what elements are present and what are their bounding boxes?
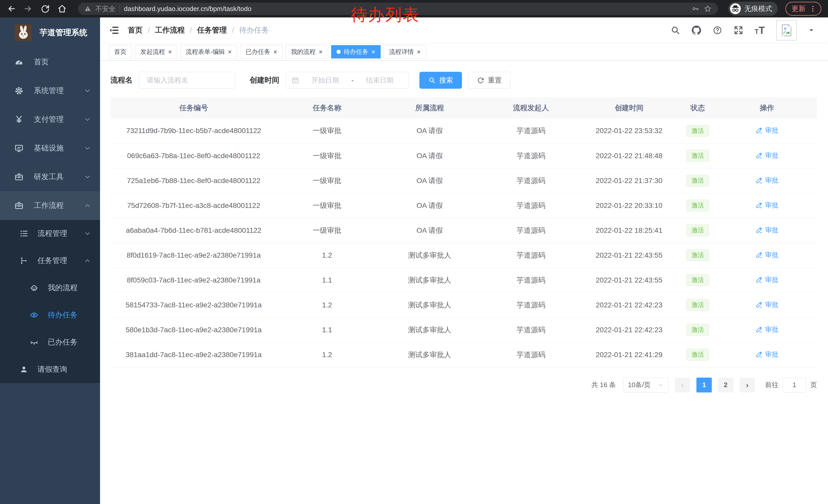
approve-link-label: 审批 [765,325,779,334]
sidebar-item-process-mgmt[interactable]: 流程管理 [0,220,100,247]
table-row[interactable]: 58154733-7ac8-11ec-a9e2-a2380e71991a 1.2… [110,292,817,317]
avatar-caret-icon[interactable] [808,27,815,34]
sidebar-item-my-process[interactable]: 我的流程 [0,274,100,302]
cell-task-id: 381aa1dd-7ac8-11ec-a9e2-a2380e71991a [110,342,277,367]
page-size-select[interactable]: 10条/页 [623,378,669,393]
breadcrumb: 首页 / 工作流程 / 任务管理 / 待办任务 [128,25,269,35]
fullscreen-icon[interactable] [734,26,743,35]
sidebar-item-done-tasks[interactable]: 已办任务 [0,329,100,356]
table-row[interactable]: 580e1b3d-7ac8-11ec-a9e2-a2380e71991a 1.1… [110,317,817,342]
sidebar-item-devtools[interactable]: 研发工具 [0,163,100,191]
pencil-icon [756,177,762,184]
table-row[interactable]: 8f0d1619-7ac8-11ec-a9e2-a2380e71991a 1.2… [110,243,817,268]
table-row[interactable]: 75d72608-7b7f-11ec-a3c8-acde48001122 一级审… [110,193,817,218]
search-icon[interactable] [670,26,680,35]
tab-close-icon[interactable]: × [228,48,232,55]
sidebar-item-payment[interactable]: 支付管理 [0,105,100,134]
sidebar-submenu: 流程管理 任务管理 我的流程 待办任务 [0,220,100,383]
approve-link[interactable]: 审批 [756,350,779,359]
browser-home-icon[interactable] [57,4,67,13]
tab-close-icon[interactable]: × [417,48,421,55]
cell-starter: 芋道源码 [482,218,580,243]
person-icon [19,365,28,374]
breadcrumb-home[interactable]: 首页 [128,25,142,35]
password-key-icon[interactable] [691,5,700,13]
page-button-1[interactable]: 1 [696,378,712,393]
browser-forward-icon[interactable] [24,4,33,13]
process-name-input[interactable] [139,72,235,89]
sidebar-item-todo-tasks[interactable]: 待办任务 [0,302,100,329]
search-button[interactable]: 搜索 [419,72,462,89]
cell-task-id: 580e1b3d-7ac8-11ec-a9e2-a2380e71991a [110,317,277,342]
tab-my-process[interactable]: 我的流程× [286,45,328,58]
cell-create-time: 2022-01-22 21:37:30 [580,168,678,193]
approve-link-label: 审批 [765,300,779,309]
update-button[interactable]: 更新 [785,2,821,16]
approve-link-label: 审批 [765,226,779,235]
tab-close-icon[interactable]: × [319,48,323,55]
browser-back-icon[interactable] [7,4,16,13]
help-icon[interactable] [713,26,722,35]
start-date-placeholder[interactable]: 开始日期 [302,76,349,85]
browser-menu-icon[interactable] [809,5,817,12]
breadcrumb-workflow[interactable]: 工作流程 [155,25,185,35]
cell-task-name: 1.2 [277,243,377,268]
approve-link[interactable]: 审批 [756,201,779,210]
table-row[interactable]: 73211d9d-7b9b-11ec-b5b7-acde48001122 一级审… [110,119,817,143]
cell-create-time: 2022-01-21 22:43:55 [580,268,678,292]
cell-actions: 审批 [717,317,817,342]
date-range-picker[interactable]: 开始日期 - 结束日期 [286,72,409,89]
sidebar-item-workflow[interactable]: 工作流程 [0,191,100,220]
approve-link[interactable]: 审批 [756,176,779,185]
approve-link[interactable]: 审批 [756,250,779,260]
tab-form-edit[interactable]: 流程表单-编辑× [180,45,237,58]
table-row[interactable]: 069c6a63-7b8a-11ec-8ef0-acde48001122 一级审… [110,143,817,168]
sidebar-fold-icon[interactable] [109,25,119,35]
table-row[interactable]: 8f059c03-7ac8-11ec-a9e2-a2380e71991a 1.1… [110,268,817,292]
tab-close-icon[interactable]: × [168,48,172,55]
reset-button[interactable]: 重置 [468,72,511,89]
avatar[interactable] [776,20,797,41]
prev-page-button[interactable]: ‹ [675,378,690,393]
chevron-down-icon [658,382,664,388]
cell-create-time: 2022-01-22 18:25:41 [580,218,678,243]
next-page-button[interactable]: › [740,378,755,393]
sidebar-item-home[interactable]: 首页 [0,48,100,77]
approve-link[interactable]: 审批 [756,275,779,284]
approve-link[interactable]: 审批 [756,126,779,135]
tab-process-detail[interactable]: 流程详情× [384,45,426,58]
browser-reload-icon[interactable] [41,4,50,13]
sidebar-item-leave-query[interactable]: 请假查询 [0,356,100,383]
approve-link[interactable]: 审批 [756,300,779,309]
table-row[interactable]: 725a1eb6-7b88-11ec-8ef0-acde48001122 一级审… [110,168,817,193]
github-icon[interactable] [692,26,701,35]
bookmark-star-icon[interactable] [704,5,712,13]
page-button-2[interactable]: 2 [718,378,733,393]
refresh-icon [477,77,484,84]
status-badge: 激活 [686,349,709,361]
app-logo [15,24,32,41]
tab-todo-tasks[interactable]: 待办任务× [331,45,381,58]
cell-status: 激活 [678,168,717,193]
tab-close-icon[interactable]: × [371,48,375,55]
tab-close-icon[interactable]: × [273,48,277,55]
approve-link[interactable]: 审批 [756,226,779,235]
sidebar-item-system[interactable]: 系统管理 [0,77,100,105]
tab-start-process[interactable]: 发起流程× [135,45,177,58]
breadcrumb-task-mgmt[interactable]: 任务管理 [197,25,227,35]
table-row[interactable]: a6aba0a4-7b6d-11ec-b781-acde48001122 一级审… [110,218,817,243]
incognito-icon [730,3,741,14]
sidebar-item-infra[interactable]: 基础设施 [0,134,100,163]
cell-starter: 芋道源码 [482,342,580,367]
tab-home[interactable]: 首页 [109,45,132,58]
approve-link[interactable]: 审批 [756,151,779,160]
sidebar-item-task-mgmt[interactable]: 任务管理 [0,247,100,274]
goto-page-input[interactable] [783,378,806,393]
approve-link[interactable]: 审批 [756,325,779,334]
app-logo-row[interactable]: 芋道管理系统 [0,17,100,48]
tab-done-tasks[interactable]: 已办任务× [240,45,282,58]
table-row[interactable]: 381aa1dd-7ac8-11ec-a9e2-a2380e71991a 1.2… [110,342,817,367]
end-date-placeholder[interactable]: 结束日期 [356,76,404,85]
col-process: 所属流程 [377,97,482,119]
font-size-icon[interactable]: TT [755,25,765,36]
